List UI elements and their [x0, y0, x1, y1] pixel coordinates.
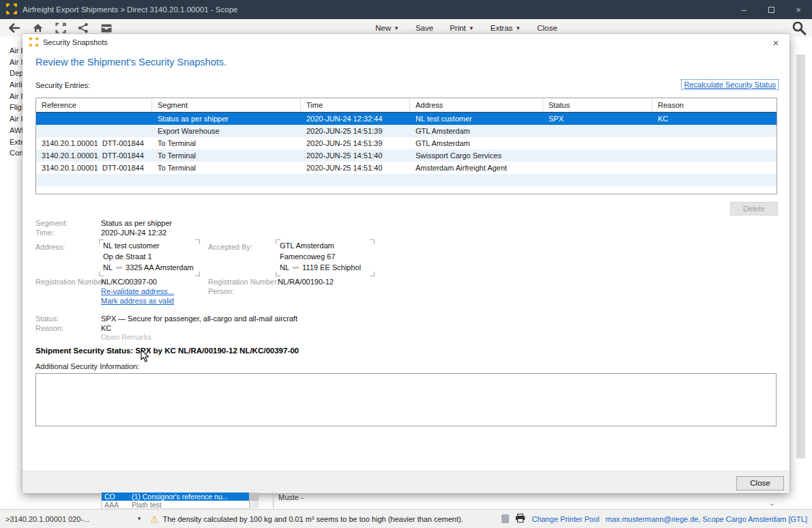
table-cell[interactable]: [301, 186, 410, 194]
home-icon[interactable]: [32, 23, 44, 33]
table-row[interactable]: Status as per shipper2020-JUN-24 12:32:4…: [36, 113, 777, 125]
table-cell[interactable]: 2020-JUN-24 12:32:44: [301, 113, 410, 125]
table-cell[interactable]: 2020-JUN-25 14:51:40: [301, 162, 410, 174]
column-header-status[interactable]: Status: [543, 98, 652, 112]
table-cell[interactable]: [543, 174, 652, 186]
corner-mark: [370, 239, 375, 244]
table-row[interactable]: [36, 174, 777, 186]
table-cell[interactable]: [36, 113, 152, 125]
maximize-button[interactable]: [757, 0, 785, 19]
table-cell[interactable]: GTL Amsterdam: [410, 125, 543, 137]
reason-value: KC: [101, 324, 111, 332]
status-dropdown-icon[interactable]: ▼: [136, 516, 142, 522]
menu-extras[interactable]: Extras▼: [491, 24, 521, 32]
table-cell[interactable]: To Terminal: [152, 137, 301, 149]
table-cell[interactable]: 2020-JUN-25 14:51:40: [301, 149, 410, 162]
expand-icon[interactable]: [55, 23, 66, 33]
table-cell[interactable]: [652, 137, 777, 149]
close-window-button[interactable]: ×: [785, 0, 812, 19]
table-cell[interactable]: To Terminal: [152, 162, 301, 174]
column-header-segment[interactable]: Segment: [152, 98, 301, 112]
additional-security-info-input[interactable]: [35, 373, 777, 426]
table-cell[interactable]: KC: [652, 113, 777, 125]
table-cell[interactable]: [652, 174, 777, 186]
table-row[interactable]: 3140.20.1.00001 DTT-001844To Terminal202…: [36, 137, 777, 149]
table-cell[interactable]: [652, 149, 777, 162]
notes-icon[interactable]: [502, 514, 509, 523]
menu-close[interactable]: Close: [537, 24, 557, 32]
table-cell[interactable]: [152, 186, 301, 194]
table-cell[interactable]: SPX: [543, 113, 652, 125]
table-cell[interactable]: GTL Amsterdam: [410, 137, 543, 149]
column-header-reference[interactable]: Reference: [36, 98, 152, 112]
time-value: 2020-JUN-24 12:32: [101, 229, 166, 237]
table-cell[interactable]: [152, 174, 301, 186]
background-table-row[interactable]: AAAPlath test: [102, 501, 249, 509]
delete-button[interactable]: Delete: [730, 202, 778, 216]
menu-save[interactable]: Save: [416, 24, 433, 32]
registration-number-left-label: Registration Number:: [35, 278, 106, 286]
background-table-row[interactable]: CO(1) Consignor's reference nu...: [102, 493, 249, 501]
table-cell[interactable]: [543, 149, 652, 162]
printer-icon[interactable]: [515, 514, 525, 524]
share-icon[interactable]: [78, 23, 89, 33]
dropdown-arrow-icon: ▼: [394, 25, 399, 31]
accepted-by-field[interactable]: GTL Amsterdam Famencoweg 67 NL1119 EE Sc…: [276, 239, 375, 276]
minimize-button[interactable]: –: [730, 0, 757, 19]
accepted-by-line3: NL1119 EE Schiphol: [276, 261, 375, 272]
table-row[interactable]: 3140.20.1.00001 DTT-001844To Terminal202…: [36, 162, 777, 174]
security-table-body: Status as per shipper2020-JUN-24 12:32:4…: [36, 113, 777, 194]
table-cell[interactable]: 2020-JUN-25 14:51:39: [301, 125, 410, 137]
revalidate-address-link[interactable]: Re-validate address...: [101, 287, 174, 295]
accepted-by-line2: Famencoweg 67: [276, 250, 375, 261]
close-dialog-button[interactable]: Close: [736, 476, 784, 490]
table-cell[interactable]: [652, 125, 777, 137]
table-row[interactable]: 3140.20.1.00001 DTT-001844To Terminal202…: [36, 149, 777, 162]
table-cell[interactable]: [652, 162, 777, 174]
table-cell[interactable]: 3140.20.1.00001 DTT-001844: [36, 162, 152, 174]
table-cell[interactable]: [36, 125, 152, 137]
table-cell[interactable]: [652, 186, 777, 194]
table-cell[interactable]: [36, 174, 152, 186]
table-cell[interactable]: [410, 186, 543, 194]
corner-mark: [195, 239, 200, 244]
inbox-icon[interactable]: [100, 23, 113, 33]
window-scrollbar[interactable]: [796, 55, 805, 458]
shipment-reference[interactable]: >3140.20.1.00001 020-...: [5, 515, 136, 523]
mark-address-valid-link[interactable]: Mark address as valid: [101, 297, 174, 305]
recalculate-security-status-link[interactable]: Recalculate Security Status: [681, 79, 779, 90]
dialog-close-icon[interactable]: ×: [769, 35, 783, 49]
table-cell[interactable]: [543, 186, 652, 194]
chevron-down-icon[interactable]: ⌄: [769, 499, 775, 508]
table-row[interactable]: [36, 186, 777, 194]
table-cell[interactable]: Amsterdam Airfreight Agent: [410, 162, 543, 174]
column-header-time[interactable]: Time: [301, 98, 410, 112]
table-header: Reference Segment Time Address Status Re…: [36, 98, 777, 113]
table-cell[interactable]: [543, 125, 652, 137]
back-icon[interactable]: [8, 23, 20, 33]
table-cell[interactable]: [543, 162, 652, 174]
table-row[interactable]: Export Warehouse2020-JUN-25 14:51:39GTL …: [36, 125, 777, 137]
column-header-address[interactable]: Address: [410, 98, 543, 112]
open-remarks-link-disabled[interactable]: Open Remarks: [101, 333, 151, 341]
table-cell[interactable]: 2020-JUN-25 14:51:39: [301, 137, 410, 149]
change-printer-pool-link[interactable]: Change Printer Pool: [532, 515, 599, 523]
column-header-reason[interactable]: Reason: [652, 98, 777, 112]
background-table-scrollbar[interactable]: [250, 493, 259, 508]
menu-print[interactable]: Print▼: [450, 24, 474, 32]
table-cell[interactable]: NL test customer: [410, 113, 543, 125]
table-cell[interactable]: Swissport Cargo Services: [410, 149, 543, 162]
address-field[interactable]: NL test customer Op de Straat 1 NL3325 A…: [99, 239, 200, 276]
table-cell[interactable]: [410, 174, 543, 186]
table-cell[interactable]: 3140.20.1.00001 DTT-001844: [36, 149, 152, 162]
table-cell[interactable]: [36, 186, 152, 194]
table-cell[interactable]: To Terminal: [152, 149, 301, 162]
table-cell[interactable]: 3140.20.1.00001 DTT-001844: [36, 137, 152, 149]
search-icon[interactable]: [791, 20, 807, 38]
table-cell[interactable]: [301, 174, 410, 186]
menu-new[interactable]: New▼: [375, 24, 399, 32]
table-cell[interactable]: [543, 137, 652, 149]
table-cell[interactable]: Export Warehouse: [152, 125, 301, 137]
table-cell[interactable]: Status as per shipper: [152, 113, 301, 125]
scope-logo-icon: [6, 3, 17, 16]
